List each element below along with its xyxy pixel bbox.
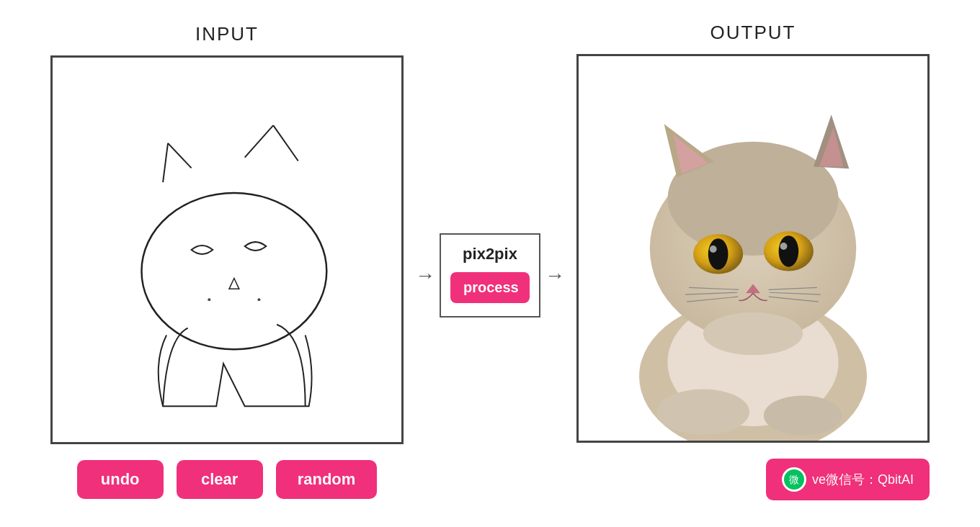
watermark-label: ve微信号：QbitAI xyxy=(812,471,914,488)
watermark-button[interactable]: 微 ve微信号：QbitAI xyxy=(766,459,930,500)
cat-output-image xyxy=(579,56,927,441)
input-title: INPUT xyxy=(195,23,259,45)
watermark-area: 微 ve微信号：QbitAI xyxy=(576,459,930,500)
svg-line-2 xyxy=(245,125,274,157)
input-section: INPUT xyxy=(50,23,404,499)
wechat-icon: 微 xyxy=(782,467,806,492)
output-canvas xyxy=(576,54,930,443)
sketch-svg xyxy=(53,58,401,442)
output-section: OUTPUT xyxy=(576,22,930,500)
output-title: OUTPUT xyxy=(710,22,796,44)
undo-button[interactable]: undo xyxy=(77,460,164,499)
svg-point-17 xyxy=(708,238,729,269)
right-arrow-icon: → xyxy=(545,264,565,287)
input-canvas[interactable] xyxy=(50,55,404,444)
left-arrow-icon: → xyxy=(415,264,435,287)
processor-title: pix2pix xyxy=(463,245,517,264)
random-button[interactable]: random xyxy=(276,460,378,499)
clear-button[interactable]: clear xyxy=(177,460,263,499)
svg-text:微: 微 xyxy=(789,474,799,485)
center-row: INPUT xyxy=(50,22,930,500)
svg-point-30 xyxy=(657,389,749,435)
svg-point-20 xyxy=(779,235,799,266)
process-button[interactable]: process xyxy=(450,272,530,303)
svg-line-0 xyxy=(163,143,168,182)
svg-point-21 xyxy=(780,243,788,250)
svg-point-4 xyxy=(141,193,326,349)
svg-point-6 xyxy=(208,298,210,301)
svg-line-3 xyxy=(273,125,298,161)
svg-point-18 xyxy=(710,246,717,253)
processor-box: pix2pix process xyxy=(440,233,540,317)
svg-point-29 xyxy=(703,312,803,355)
processor-area: → pix2pix process → xyxy=(404,233,576,317)
main-container: INPUT xyxy=(29,22,951,500)
svg-line-1 xyxy=(168,143,192,168)
svg-point-7 xyxy=(257,298,260,301)
svg-marker-5 xyxy=(229,279,239,289)
input-btn-row: undo clear random xyxy=(77,460,378,499)
svg-point-31 xyxy=(764,395,842,435)
